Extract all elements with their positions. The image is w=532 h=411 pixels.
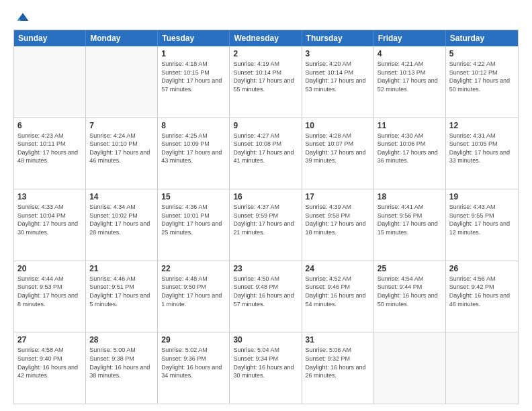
calendar-cell: 24Sunrise: 4:52 AM Sunset: 9:46 PM Dayli… <box>302 261 374 332</box>
day-number: 19 <box>449 192 515 201</box>
day-number: 9 <box>233 121 298 130</box>
calendar-cell: 20Sunrise: 4:44 AM Sunset: 9:53 PM Dayli… <box>14 261 86 332</box>
day-number: 5 <box>449 49 515 58</box>
cell-content: Sunrise: 4:27 AM Sunset: 10:08 PM Daylig… <box>233 132 298 165</box>
day-number: 3 <box>306 49 370 58</box>
calendar-cell: 18Sunrise: 4:41 AM Sunset: 9:56 PM Dayli… <box>374 189 446 261</box>
cell-content: Sunrise: 4:23 AM Sunset: 10:11 PM Daylig… <box>17 132 82 165</box>
day-number: 23 <box>233 264 298 273</box>
cell-content: Sunrise: 4:52 AM Sunset: 9:46 PM Dayligh… <box>306 275 370 308</box>
header-day-saturday: Saturday <box>446 30 518 46</box>
calendar-cell: 30Sunrise: 5:04 AM Sunset: 9:34 PM Dayli… <box>230 332 302 404</box>
calendar-cell: 14Sunrise: 4:34 AM Sunset: 10:02 PM Dayl… <box>86 189 158 261</box>
day-number: 1 <box>161 49 226 58</box>
calendar-cell: 4Sunrise: 4:21 AM Sunset: 10:13 PM Dayli… <box>374 46 446 118</box>
header-day-friday: Friday <box>374 30 446 46</box>
page: SundayMondayTuesdayWednesdayThursdayFrid… <box>0 0 532 411</box>
calendar-cell: 25Sunrise: 4:54 AM Sunset: 9:44 PM Dayli… <box>374 261 446 332</box>
day-number: 25 <box>378 264 442 273</box>
day-number: 16 <box>233 192 298 201</box>
calendar-cell: 28Sunrise: 5:00 AM Sunset: 9:38 PM Dayli… <box>86 332 158 404</box>
cell-content: Sunrise: 4:18 AM Sunset: 10:15 PM Daylig… <box>161 60 226 93</box>
day-number: 17 <box>306 192 370 201</box>
calendar-cell: 15Sunrise: 4:36 AM Sunset: 10:01 PM Dayl… <box>158 189 230 261</box>
cell-content: Sunrise: 5:02 AM Sunset: 9:36 PM Dayligh… <box>161 346 226 379</box>
cell-content: Sunrise: 4:41 AM Sunset: 9:56 PM Dayligh… <box>378 203 442 236</box>
header-day-sunday: Sunday <box>14 30 86 46</box>
calendar-cell: 19Sunrise: 4:43 AM Sunset: 9:55 PM Dayli… <box>446 189 518 261</box>
calendar-cell <box>86 46 158 118</box>
header <box>13 11 519 24</box>
cell-content: Sunrise: 4:24 AM Sunset: 10:10 PM Daylig… <box>89 132 154 165</box>
calendar-row-0: 1Sunrise: 4:18 AM Sunset: 10:15 PM Dayli… <box>14 46 518 118</box>
calendar-cell: 1Sunrise: 4:18 AM Sunset: 10:15 PM Dayli… <box>158 46 230 118</box>
cell-content: Sunrise: 4:50 AM Sunset: 9:48 PM Dayligh… <box>233 275 298 308</box>
cell-content: Sunrise: 4:30 AM Sunset: 10:06 PM Daylig… <box>378 132 442 165</box>
day-number: 29 <box>161 335 226 345</box>
calendar-cell: 31Sunrise: 5:06 AM Sunset: 9:32 PM Dayli… <box>302 332 374 404</box>
day-number: 30 <box>233 335 298 345</box>
day-number: 11 <box>378 121 442 130</box>
calendar-cell: 12Sunrise: 4:31 AM Sunset: 10:05 PM Dayl… <box>446 118 518 189</box>
calendar-body: 1Sunrise: 4:18 AM Sunset: 10:15 PM Dayli… <box>14 46 518 404</box>
calendar-row-3: 20Sunrise: 4:44 AM Sunset: 9:53 PM Dayli… <box>14 261 518 332</box>
cell-content: Sunrise: 4:31 AM Sunset: 10:05 PM Daylig… <box>449 132 515 165</box>
cell-content: Sunrise: 4:33 AM Sunset: 10:04 PM Daylig… <box>17 203 82 236</box>
calendar-cell: 5Sunrise: 4:22 AM Sunset: 10:12 PM Dayli… <box>446 46 518 118</box>
day-number: 12 <box>449 121 515 130</box>
day-number: 24 <box>306 264 370 273</box>
day-number: 2 <box>233 49 298 58</box>
cell-content: Sunrise: 4:58 AM Sunset: 9:40 PM Dayligh… <box>17 346 82 379</box>
header-day-wednesday: Wednesday <box>230 30 302 46</box>
cell-content: Sunrise: 4:19 AM Sunset: 10:14 PM Daylig… <box>233 60 298 93</box>
logo-icon <box>16 11 30 24</box>
calendar-row-2: 13Sunrise: 4:33 AM Sunset: 10:04 PM Dayl… <box>14 189 518 261</box>
cell-content: Sunrise: 4:20 AM Sunset: 10:14 PM Daylig… <box>306 60 370 93</box>
calendar-cell: 26Sunrise: 4:56 AM Sunset: 9:42 PM Dayli… <box>446 261 518 332</box>
cell-content: Sunrise: 4:21 AM Sunset: 10:13 PM Daylig… <box>378 60 442 93</box>
day-number: 26 <box>449 264 515 273</box>
calendar-cell <box>374 332 446 404</box>
day-number: 4 <box>378 49 442 58</box>
cell-content: Sunrise: 4:34 AM Sunset: 10:02 PM Daylig… <box>89 203 154 236</box>
calendar-cell: 8Sunrise: 4:25 AM Sunset: 10:09 PM Dayli… <box>158 118 230 189</box>
calendar-cell: 17Sunrise: 4:39 AM Sunset: 9:58 PM Dayli… <box>302 189 374 261</box>
cell-content: Sunrise: 4:37 AM Sunset: 9:59 PM Dayligh… <box>233 203 298 236</box>
day-number: 15 <box>161 192 226 201</box>
calendar-cell <box>14 46 86 118</box>
calendar-cell: 7Sunrise: 4:24 AM Sunset: 10:10 PM Dayli… <box>86 118 158 189</box>
calendar: SundayMondayTuesdayWednesdayThursdayFrid… <box>13 30 519 404</box>
header-day-monday: Monday <box>86 30 158 46</box>
calendar-row-4: 27Sunrise: 4:58 AM Sunset: 9:40 PM Dayli… <box>14 332 518 404</box>
day-number: 14 <box>89 192 154 201</box>
day-number: 13 <box>17 192 82 201</box>
calendar-cell: 13Sunrise: 4:33 AM Sunset: 10:04 PM Dayl… <box>14 189 86 261</box>
day-number: 22 <box>161 264 226 273</box>
header-day-tuesday: Tuesday <box>158 30 230 46</box>
day-number: 31 <box>306 335 370 345</box>
calendar-cell: 16Sunrise: 4:37 AM Sunset: 9:59 PM Dayli… <box>230 189 302 261</box>
cell-content: Sunrise: 5:04 AM Sunset: 9:34 PM Dayligh… <box>233 346 298 379</box>
day-number: 7 <box>89 121 154 130</box>
cell-content: Sunrise: 4:28 AM Sunset: 10:07 PM Daylig… <box>306 132 370 165</box>
cell-content: Sunrise: 4:36 AM Sunset: 10:01 PM Daylig… <box>161 203 226 236</box>
cell-content: Sunrise: 4:56 AM Sunset: 9:42 PM Dayligh… <box>449 275 515 308</box>
cell-content: Sunrise: 4:48 AM Sunset: 9:50 PM Dayligh… <box>161 275 226 308</box>
day-number: 8 <box>161 121 226 130</box>
calendar-cell: 9Sunrise: 4:27 AM Sunset: 10:08 PM Dayli… <box>230 118 302 189</box>
calendar-cell <box>446 332 518 404</box>
calendar-cell: 11Sunrise: 4:30 AM Sunset: 10:06 PM Dayl… <box>374 118 446 189</box>
calendar-row-1: 6Sunrise: 4:23 AM Sunset: 10:11 PM Dayli… <box>14 118 518 189</box>
calendar-cell: 3Sunrise: 4:20 AM Sunset: 10:14 PM Dayli… <box>302 46 374 118</box>
cell-content: Sunrise: 4:22 AM Sunset: 10:12 PM Daylig… <box>449 60 515 93</box>
day-number: 28 <box>89 335 154 345</box>
cell-content: Sunrise: 4:54 AM Sunset: 9:44 PM Dayligh… <box>378 275 442 308</box>
day-number: 21 <box>89 264 154 273</box>
day-number: 18 <box>378 192 442 201</box>
calendar-cell: 10Sunrise: 4:28 AM Sunset: 10:07 PM Dayl… <box>302 118 374 189</box>
calendar-cell: 21Sunrise: 4:46 AM Sunset: 9:51 PM Dayli… <box>86 261 158 332</box>
calendar-header: SundayMondayTuesdayWednesdayThursdayFrid… <box>14 30 518 46</box>
day-number: 20 <box>17 264 82 273</box>
cell-content: Sunrise: 5:00 AM Sunset: 9:38 PM Dayligh… <box>89 346 154 379</box>
header-day-thursday: Thursday <box>302 30 374 46</box>
